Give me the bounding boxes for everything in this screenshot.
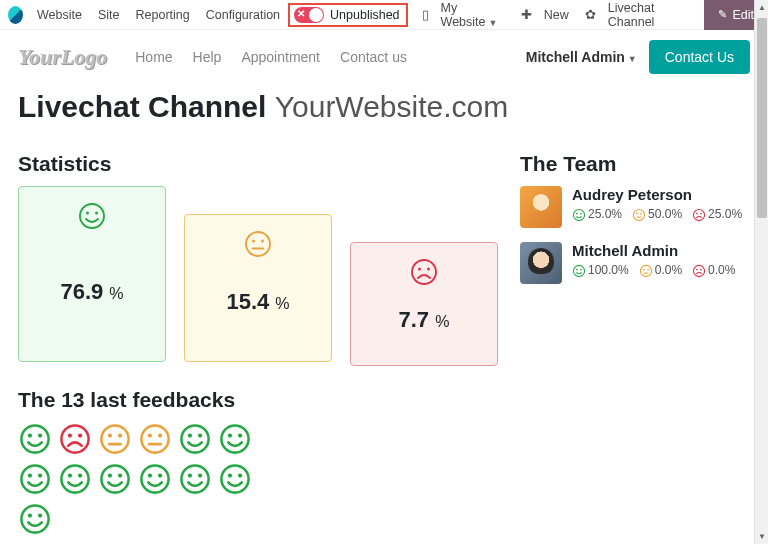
svg-point-62 [181,465,208,492]
happy-face-icon [98,462,132,496]
happy-face-icon [58,462,92,496]
happy-face-icon [18,502,52,536]
svg-point-31 [28,433,32,437]
neutral-face-icon [138,422,172,456]
neutral-face-icon [243,229,273,259]
publish-toggle[interactable]: ✕ [294,7,324,23]
nav-help[interactable]: Help [193,49,222,65]
svg-point-63 [188,473,192,477]
member-name: Mitchell Admin [572,242,735,259]
happy-face-icon [572,264,586,278]
team-member: Audrey Peterson 25.0% 50.0% 25.0% [520,186,750,228]
svg-point-59 [141,465,168,492]
svg-point-33 [61,425,88,452]
svg-point-41 [148,433,152,437]
top-menu-configuration[interactable]: Configuration [206,8,280,22]
avatar [520,242,562,284]
stat-card-sad: 7.7 % [350,242,498,366]
sad-face-icon [692,208,706,222]
svg-point-19 [700,213,702,215]
publish-toggle-highlight: ✕ Unpublished [288,3,408,27]
svg-point-58 [118,473,122,477]
site-logo[interactable]: YourLogo [18,44,107,70]
svg-point-52 [38,473,42,477]
svg-point-35 [78,433,82,437]
top-brand[interactable]: Website [37,8,82,22]
top-menu-reporting[interactable]: Reporting [136,8,190,22]
happy-face-icon [218,422,252,456]
avatar [520,186,562,228]
svg-point-68 [21,505,48,532]
svg-point-25 [647,269,649,271]
member-stats: 100.0% 0.0% 0.0% [572,263,735,278]
svg-point-23 [640,265,651,276]
nav-home[interactable]: Home [135,49,172,65]
svg-point-14 [636,213,638,215]
svg-point-49 [238,433,242,437]
user-menu[interactable]: Mitchell Admin▼ [526,49,637,65]
svg-point-57 [108,473,112,477]
svg-point-40 [141,425,168,452]
top-menubar: Website Site Reporting Configuration ✕ U… [0,0,768,30]
sad-face-icon [409,257,439,287]
svg-point-34 [68,433,72,437]
happy-face-icon [178,422,212,456]
odoo-icon [8,6,23,24]
svg-point-11 [576,213,578,215]
svg-point-5 [261,240,264,243]
svg-point-60 [148,473,152,477]
svg-point-61 [158,473,162,477]
contact-us-button[interactable]: Contact Us [649,40,750,74]
site-navbar: YourLogo Home Help Appointment Contact u… [0,30,768,84]
new-button[interactable]: New [544,8,569,22]
scrollbar-thumb[interactable] [757,18,767,218]
pencil-icon: ✎ [718,8,727,21]
plus-icon: ✚ [521,7,532,22]
stat-cards: 76.9 % 15.4 % 7.7 % [18,186,500,366]
svg-point-46 [198,433,202,437]
vertical-scrollbar[interactable]: ▲ ▼ [754,0,768,544]
svg-point-12 [580,213,582,215]
statistics-heading: Statistics [18,152,500,176]
happy-face-icon [138,462,172,496]
svg-point-27 [693,265,704,276]
nav-appointment[interactable]: Appointment [241,49,320,65]
happy-face-icon [18,422,52,456]
svg-point-17 [693,209,704,220]
scroll-up-arrow[interactable]: ▲ [758,3,766,12]
gear-icon: ✿ [585,7,596,22]
svg-point-32 [38,433,42,437]
my-website-dropdown[interactable]: My Website▼ [441,1,505,29]
happy-face-icon [218,462,252,496]
svg-point-24 [643,269,645,271]
svg-point-15 [640,213,642,215]
svg-point-29 [700,269,702,271]
team-heading: The Team [520,152,750,176]
svg-point-20 [573,265,584,276]
livechat-channel-link[interactable]: Livechat Channel [608,1,689,29]
neutral-face-icon [632,208,646,222]
stat-card-happy: 76.9 % [18,186,166,362]
sad-face-icon [692,264,706,278]
top-menu-site[interactable]: Site [98,8,120,22]
team-member: Mitchell Admin 100.0% 0.0% 0.0% [520,242,750,284]
neutral-face-icon [98,422,132,456]
svg-point-66 [228,473,232,477]
svg-point-37 [108,433,112,437]
feedback-grid [18,422,278,536]
happy-face-icon [178,462,212,496]
svg-point-30 [21,425,48,452]
svg-point-2 [95,212,98,215]
svg-point-9 [427,268,430,271]
svg-point-36 [101,425,128,452]
svg-point-1 [86,212,89,215]
neutral-face-icon [639,264,653,278]
publish-label: Unpublished [330,8,400,22]
nav-contact-us[interactable]: Contact us [340,49,407,65]
mobile-icon[interactable]: ▯ [422,7,429,22]
svg-point-45 [188,433,192,437]
svg-point-21 [576,269,578,271]
member-name: Audrey Peterson [572,186,742,203]
svg-point-0 [80,204,104,228]
scroll-down-arrow[interactable]: ▼ [758,532,766,541]
